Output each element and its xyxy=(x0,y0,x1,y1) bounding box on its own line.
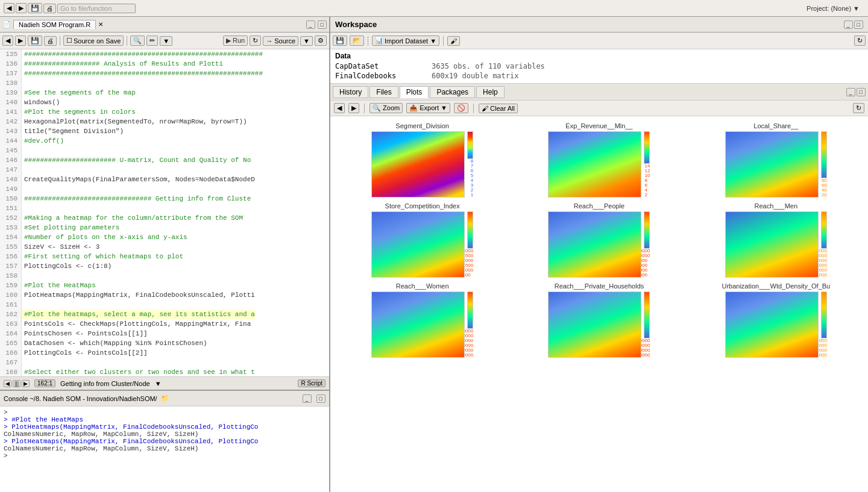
line-number: 137 xyxy=(0,69,22,78)
zoom-button[interactable]: 🔍 Zoom xyxy=(370,103,403,113)
code-line: 138 xyxy=(0,78,329,88)
colorbar-gradient xyxy=(467,131,473,159)
go-to-button[interactable]: Go to file/function xyxy=(57,4,136,13)
section-dropdown[interactable]: ▼ xyxy=(155,380,162,387)
plot-visual: 80000600004000020000 xyxy=(548,291,650,358)
plot-map[interactable] xyxy=(548,211,641,278)
code-line: 155SizeV <- SizeH <- 3 xyxy=(0,242,329,252)
source-on-save-button[interactable]: ☐ Source on Save xyxy=(63,36,124,46)
minimize-console-button[interactable]: _ xyxy=(303,394,312,403)
tab-plots[interactable]: Plots xyxy=(400,86,429,98)
scroll-left-button[interactable]: ◀ xyxy=(4,380,11,387)
colorbar-labels: 87654321 xyxy=(470,159,473,198)
minimize-plots-button[interactable]: _ xyxy=(846,88,855,96)
forward-button[interactable]: ▶ xyxy=(16,3,27,13)
plot-item: Reach___People 1200001000008000060000400… xyxy=(513,202,685,278)
plot-title: Exp_Revenue__Mln__ xyxy=(565,122,632,129)
tab-history[interactable]: History xyxy=(333,86,368,98)
maximize-workspace-button[interactable]: □ xyxy=(854,20,863,29)
minimize-workspace-button[interactable]: _ xyxy=(844,20,853,29)
console-body[interactable]: >> #Plot the HeatMaps> PlotHeatmaps(Mapp… xyxy=(0,406,329,492)
print-button[interactable]: 🖨 xyxy=(43,4,56,13)
line-number: 135 xyxy=(0,49,22,59)
line-number: 139 xyxy=(0,88,22,98)
close-tab-button[interactable]: ✕ xyxy=(98,21,103,28)
save-button[interactable]: 💾 xyxy=(28,3,42,13)
nav-forward-button[interactable]: ▶ xyxy=(15,36,26,46)
code-editor[interactable]: 135#####################################… xyxy=(0,49,329,376)
line-number: 145 xyxy=(0,146,22,155)
run-button[interactable]: ▶ ▶ RunRun xyxy=(223,36,248,46)
export-button[interactable]: 📤 Export ▼ xyxy=(406,103,450,113)
code-line: 141#Plot the segments in colors xyxy=(0,107,329,117)
options2-button[interactable]: ⚙ xyxy=(315,36,327,46)
workspace-load-button[interactable]: 📂 xyxy=(350,36,364,46)
clear-all-button[interactable]: 🖌 Clear All xyxy=(479,104,518,113)
code-line: 147 xyxy=(0,165,329,175)
line-number: 155 xyxy=(0,242,22,252)
plot-map[interactable] xyxy=(371,291,465,358)
code-line: 150################################ Gett… xyxy=(0,194,329,204)
scroll-mid-button[interactable]: ||| xyxy=(13,380,20,387)
plot-map[interactable] xyxy=(725,291,819,358)
plot-map[interactable] xyxy=(371,211,465,278)
plots-back-button[interactable]: ◀ xyxy=(334,103,345,113)
code-line: 162#Plot the heatmaps, select a map, see… xyxy=(0,310,329,319)
line-content: SizeV <- SizeH <- 3 xyxy=(22,242,99,252)
plot-colorbar: 8000600040002000 xyxy=(820,291,827,358)
plot-map[interactable] xyxy=(725,211,819,278)
tab-help[interactable]: Help xyxy=(476,86,505,98)
line-content: CreateQualityMaps(FinalParametersSom, No… xyxy=(22,175,255,184)
separator1 xyxy=(60,36,60,46)
code-line: 163PointsCols <- CheckMaps(PlottingCols,… xyxy=(0,319,329,329)
nav-back-button[interactable]: ◀ xyxy=(2,36,13,46)
source-dropdown-button[interactable]: ▼ xyxy=(300,36,313,46)
maximize-console-button[interactable]: □ xyxy=(316,394,326,403)
plot-item: Reach___Private_Households 8000060000400… xyxy=(513,282,685,358)
maximize-left-button[interactable]: □ xyxy=(318,20,327,29)
magic-button[interactable]: ✏ xyxy=(146,36,158,46)
line-content xyxy=(22,204,24,213)
plot-colorbar: 1412108642 xyxy=(643,131,650,198)
line-content: PlottingCols <- c(1:8) xyxy=(22,261,112,271)
tab-files[interactable]: Files xyxy=(370,86,398,98)
line-number: 159 xyxy=(0,281,22,290)
import-dataset-button[interactable]: 📊 Import Dataset ▼ xyxy=(372,36,439,46)
plots-refresh-button[interactable]: ↻ xyxy=(853,103,864,113)
plot-map[interactable] xyxy=(548,131,641,198)
tab-packages[interactable]: Packages xyxy=(430,86,475,98)
plot-map[interactable] xyxy=(725,131,819,198)
workspace-save-button[interactable]: 💾 xyxy=(333,36,347,46)
scroll-right-button[interactable]: ▶ xyxy=(22,380,30,387)
line-content: HexagonalPlot(matrix(SegmentedTo, nrow=M… xyxy=(22,117,247,126)
maximize-plots-button[interactable]: □ xyxy=(857,88,866,96)
code-line: 167 xyxy=(0,358,329,367)
clear-workspace-button[interactable]: 🖌 xyxy=(447,36,460,46)
back-button[interactable]: ◀ xyxy=(4,3,14,13)
line-number: 148 xyxy=(0,175,22,184)
search-button[interactable]: 🔍 xyxy=(130,36,145,46)
plots-forward-button[interactable]: ▶ xyxy=(348,103,359,113)
plots-area[interactable]: Segment_Division 87654321Exp_Revenue__Ml… xyxy=(330,116,868,492)
line-number: 156 xyxy=(0,252,22,261)
right-panel: Workspace _ □ 💾 📂 📊 Import Dataset ▼ 🖌 ↻… xyxy=(330,17,868,492)
line-content: ################### Analysis of Results … xyxy=(22,59,223,69)
line-content: #Plot the segments in colors xyxy=(22,107,136,117)
code-lines: 135#####################################… xyxy=(0,49,329,376)
plot-map[interactable] xyxy=(548,291,641,358)
plot-colorbar: 12000010000080000600004000020000 xyxy=(643,211,650,278)
editor-save-button[interactable]: 💾 xyxy=(28,36,42,46)
workspace-title: Workspace xyxy=(335,20,377,29)
file-tab[interactable]: Nadieh SOM Program.R xyxy=(13,20,96,29)
editor-print-button[interactable]: 🖨 xyxy=(44,36,57,46)
workspace-refresh-button[interactable]: ↻ xyxy=(854,36,866,46)
source-button[interactable]: → SourceSource xyxy=(263,36,298,46)
line-number: 168 xyxy=(0,367,22,376)
console-panel: Console ~/8. Nadieh SOM - Innovation/Nad… xyxy=(0,390,329,492)
plot-map[interactable] xyxy=(371,131,465,198)
delete-plot-button[interactable]: 🚫 xyxy=(454,103,468,113)
minimize-left-button[interactable]: _ xyxy=(306,20,315,29)
rerun-button[interactable]: ↻ xyxy=(250,36,261,46)
options-dropdown[interactable]: ▼ xyxy=(160,36,172,46)
console-line: > #Plot the HeatMaps xyxy=(4,416,326,423)
